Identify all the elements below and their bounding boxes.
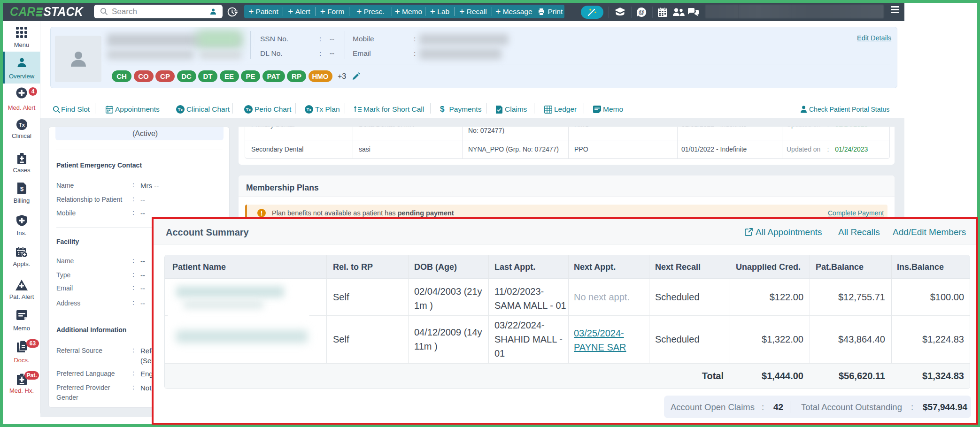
- svg-text:Tx: Tx: [19, 122, 25, 128]
- svg-text:Tx: Tx: [178, 107, 183, 112]
- svg-text:$: $: [20, 185, 24, 192]
- svg-text:@: @: [639, 8, 645, 15]
- svg-text:Tx: Tx: [307, 107, 312, 112]
- svg-text:Tx: Tx: [246, 107, 251, 112]
